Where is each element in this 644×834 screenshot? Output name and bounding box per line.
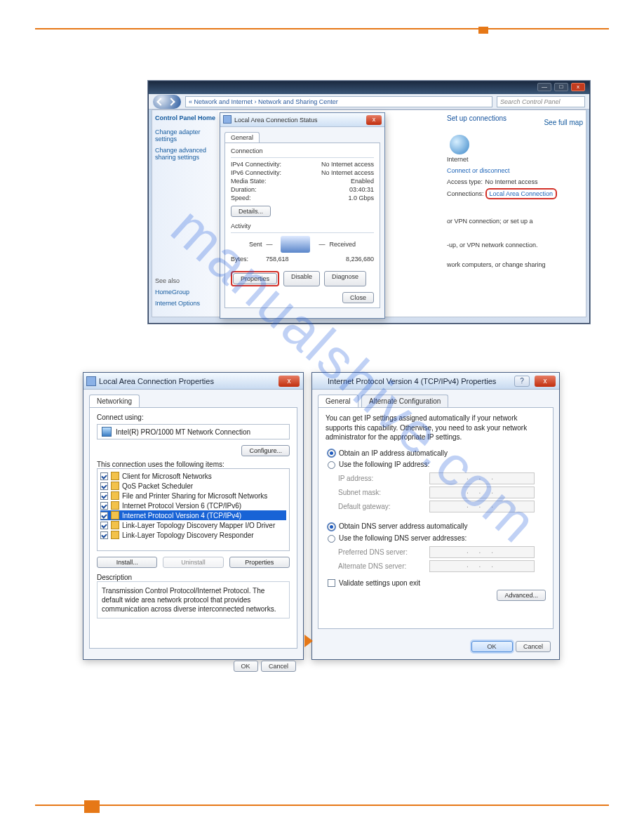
status-close-button[interactable]: x <box>366 115 382 125</box>
radio-manual-dns-row[interactable]: Use the following DNS server addresses: <box>328 534 546 543</box>
dialog-title: Local Area Connection Properties <box>99 377 214 385</box>
configure-button[interactable]: Configure... <box>241 445 290 456</box>
connect-disconnect-link[interactable]: Connect or disconnect <box>447 167 583 174</box>
disable-button[interactable]: Disable <box>283 271 320 286</box>
breadcrumb-sep: › <box>255 98 257 105</box>
screenshot-network-sharing-center: — □ x « Network and Internet › Network a… <box>147 80 591 324</box>
internet-options-link[interactable]: Internet Options <box>155 300 200 307</box>
ok-button[interactable]: OK <box>471 641 513 652</box>
list-item[interactable]: Internet Protocol Version 6 (TCP/IPv6) <box>100 501 286 510</box>
checkbox[interactable] <box>100 512 108 519</box>
max-button[interactable]: □ <box>554 83 568 91</box>
min-button[interactable]: — <box>537 83 551 91</box>
radio-auto-ip-label: Obtain an IP address automatically <box>339 449 448 457</box>
breadcrumb-item-1[interactable]: Network and Internet <box>194 98 253 105</box>
dialog-titlebar: Internet Protocol Version 4 (TCP/IPv4) P… <box>312 373 559 390</box>
status-titlebar: Local Area Connection Status x <box>220 113 384 127</box>
properties-button[interactable]: Properties <box>229 557 290 568</box>
access-type-label: Access type: <box>447 178 483 185</box>
description-label: Description <box>97 574 290 581</box>
tab-general[interactable]: General <box>224 132 260 143</box>
access-type-value: No Internet access <box>485 178 538 185</box>
list-item[interactable]: QoS Packet Scheduler <box>100 481 286 491</box>
list-item[interactable]: Link-Layer Topology Discovery Responder <box>100 530 286 540</box>
list-item[interactable]: File and Printer Sharing for Microsoft N… <box>100 491 286 501</box>
subnet-mask-input: . . . <box>429 486 535 498</box>
validate-checkbox-row[interactable]: Validate settings upon exit <box>328 579 546 587</box>
cancel-button[interactable]: Cancel <box>261 661 296 672</box>
close-button[interactable]: x <box>571 83 585 91</box>
adapter-name: Intel(R) PRO/1000 MT Network Connection <box>116 428 250 436</box>
intro-text: You can get IP settings assigned automat… <box>326 413 546 442</box>
cancel-button[interactable]: Cancel <box>516 641 551 652</box>
control-panel-home-link[interactable]: Control Panel Home <box>155 114 215 121</box>
back-forward-buttons[interactable] <box>153 95 181 109</box>
change-adapter-settings-link[interactable]: Change adapter settings <box>155 128 215 143</box>
checkbox[interactable] <box>100 492 108 500</box>
subnet-mask-label: Subnet mask: <box>338 489 429 496</box>
radio-auto-ip-row[interactable]: Obtain an IP address automatically <box>328 449 546 458</box>
radio-manual-dns[interactable] <box>328 535 335 543</box>
checkbox[interactable] <box>100 472 108 480</box>
radio-manual-ip[interactable] <box>328 461 335 469</box>
kv-key: Media State: <box>231 178 267 185</box>
sent-label: Sent <box>249 241 262 248</box>
close-button[interactable]: x <box>279 376 300 387</box>
ok-button[interactable]: OK <box>234 661 258 672</box>
received-label: Received <box>329 241 356 248</box>
tab-alternate-config[interactable]: Alternate Configuration <box>361 395 448 407</box>
close-button[interactable]: Close <box>342 292 374 303</box>
ip-address-input: . . . <box>429 472 535 484</box>
window-titlebar: — □ x <box>149 81 589 94</box>
see-also-label: See also <box>155 277 200 284</box>
tcpip-properties-dialog: Internet Protocol Version 4 (TCP/IPv4) P… <box>311 372 560 660</box>
help-button[interactable]: ? <box>514 376 530 387</box>
component-icon <box>111 472 119 480</box>
see-full-map-link[interactable]: See full map <box>544 119 583 126</box>
right-pane: Set up connections See full map Internet… <box>444 110 586 317</box>
checkbox[interactable] <box>100 502 108 510</box>
radio-auto-dns[interactable] <box>328 523 335 531</box>
checkbox[interactable] <box>100 482 108 490</box>
advanced-button[interactable]: Advanced... <box>497 590 546 601</box>
radio-auto-dns-row[interactable]: Obtain DNS server address automatically <box>328 522 546 531</box>
item-label: Internet Protocol Version 6 (TCP/IPv6) <box>122 502 241 510</box>
dialog-titlebar: Local Area Connection Properties x <box>83 373 303 390</box>
tab-networking[interactable]: Networking <box>89 395 140 407</box>
checkbox[interactable] <box>100 522 108 529</box>
details-button[interactable]: Details... <box>231 206 271 217</box>
list-item-selected[interactable]: Internet Protocol Version 4 (TCP/IPv4) <box>100 510 286 520</box>
items-list[interactable]: Client for Microsoft Networks QoS Packet… <box>97 468 290 551</box>
breadcrumb-item-2[interactable]: Network and Sharing Center <box>258 98 338 105</box>
list-item[interactable]: Client for Microsoft Networks <box>100 471 286 481</box>
items-label: This connection uses the following items… <box>97 461 290 468</box>
change-advanced-sharing-link[interactable]: Change advanced sharing settings <box>155 147 215 161</box>
radio-auto-ip[interactable] <box>328 449 335 457</box>
diagnose-button[interactable]: Diagnose <box>324 271 366 286</box>
address-bar: « Network and Internet › Network and Sha… <box>149 94 589 110</box>
checkbox[interactable] <box>100 531 108 539</box>
internet-label: Internet <box>447 156 583 163</box>
status-title: Local Area Connection Status <box>234 117 318 124</box>
component-icon <box>111 521 119 529</box>
breadcrumb[interactable]: « Network and Internet › Network and Sha… <box>185 96 492 107</box>
homegroup-link[interactable]: HomeGroup <box>155 289 200 296</box>
local-area-connection-link[interactable]: Local Area Connection <box>485 188 558 199</box>
page-bottom-rule <box>35 805 609 806</box>
item-label: Link-Layer Topology Discovery Responder <box>122 531 254 539</box>
arrow-icon <box>304 635 313 647</box>
close-button[interactable]: x <box>535 376 556 387</box>
properties-button[interactable]: Properties <box>233 273 277 284</box>
adapter-field[interactable]: Intel(R) PRO/1000 MT Network Connection <box>97 424 290 439</box>
kv-key: Speed: <box>231 194 251 201</box>
kv-val: No Internet access <box>321 161 374 168</box>
search-input[interactable]: Search Control Panel <box>497 96 585 107</box>
nic-icon <box>281 236 310 253</box>
kv-val: 03:40:31 <box>349 186 374 193</box>
tab-general[interactable]: General <box>318 395 358 407</box>
uninstall-button: Uninstall <box>163 557 223 568</box>
install-button[interactable]: Install... <box>97 557 157 568</box>
radio-manual-ip-row[interactable]: Use the following IP address: <box>328 461 546 469</box>
validate-checkbox[interactable] <box>328 579 335 587</box>
list-item[interactable]: Link-Layer Topology Discovery Mapper I/O… <box>100 520 286 530</box>
